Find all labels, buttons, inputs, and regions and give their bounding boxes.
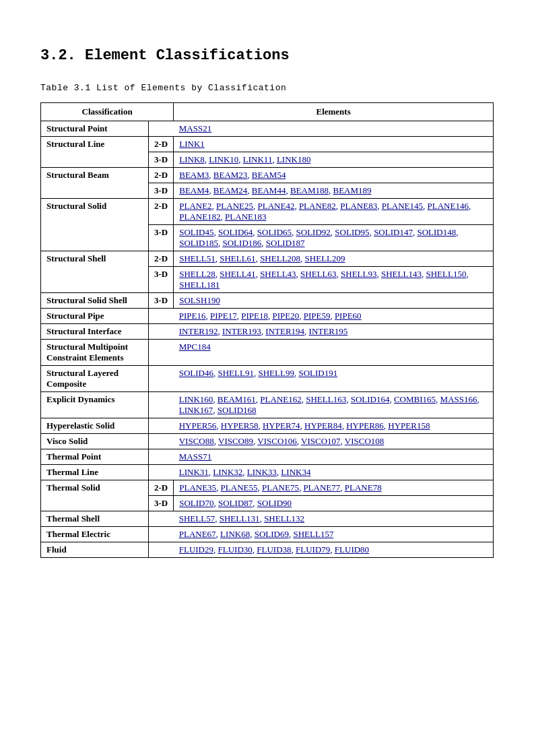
element-link[interactable]: PLANE77 <box>303 482 340 493</box>
element-link[interactable]: SOLID147 <box>374 227 413 237</box>
element-link[interactable]: SOLID64 <box>218 227 253 237</box>
element-link[interactable]: SOLSH190 <box>179 295 220 305</box>
element-link[interactable]: PLANE42 <box>258 201 295 211</box>
element-link[interactable]: SOLID69 <box>255 529 289 539</box>
element-link[interactable]: LINK8 <box>179 154 205 164</box>
element-link[interactable]: PLANE82 <box>299 201 336 211</box>
element-link[interactable]: VISCO89 <box>218 436 253 446</box>
element-link[interactable]: PLANE75 <box>262 482 299 493</box>
element-link[interactable]: MASS71 <box>179 451 211 462</box>
element-link[interactable]: PIPE20 <box>272 311 299 321</box>
element-link[interactable]: BEAM161 <box>218 394 256 404</box>
element-link[interactable]: SOLID45 <box>179 227 213 237</box>
element-link[interactable]: HYPER86 <box>346 420 384 431</box>
element-link[interactable]: PLANE162 <box>260 394 301 404</box>
element-link[interactable]: SHELL91 <box>218 368 254 378</box>
element-link[interactable]: VISCO88 <box>179 436 214 446</box>
element-link[interactable]: SOLID164 <box>351 394 390 404</box>
element-link[interactable]: FLUID80 <box>335 544 369 555</box>
element-link[interactable]: LINK180 <box>277 154 311 164</box>
element-link[interactable]: LINK167 <box>179 405 213 415</box>
element-link[interactable]: PLANE182 <box>179 212 220 222</box>
element-link[interactable]: FLUID29 <box>179 544 213 555</box>
element-link[interactable]: INTER194 <box>265 326 304 336</box>
element-link[interactable]: LINK34 <box>281 467 310 477</box>
element-link[interactable]: LINK31 <box>179 467 209 477</box>
element-link[interactable]: HYPER84 <box>304 420 342 431</box>
element-link[interactable]: SOLID95 <box>335 227 369 237</box>
element-link[interactable]: SOLID70 <box>179 498 213 508</box>
element-link[interactable]: PIPE16 <box>179 311 206 321</box>
element-link[interactable]: LINK11 <box>243 154 273 164</box>
element-link[interactable]: SOLID87 <box>218 498 253 508</box>
element-link[interactable]: PIPE59 <box>304 311 331 321</box>
element-link[interactable]: BEAM24 <box>213 185 248 195</box>
element-link[interactable]: PLANE2 <box>179 201 211 211</box>
element-link[interactable]: BEAM189 <box>333 185 371 195</box>
element-link[interactable]: PLANE146 <box>428 201 469 211</box>
element-link[interactable]: SHELL181 <box>179 280 220 290</box>
element-link[interactable]: SHELL150 <box>426 269 466 279</box>
element-link[interactable]: PLANE78 <box>345 482 382 493</box>
element-link[interactable]: SHELL163 <box>306 394 346 404</box>
element-link[interactable]: HYPER74 <box>263 420 300 431</box>
element-link[interactable]: SOLID90 <box>257 498 292 508</box>
element-link[interactable]: PLANE35 <box>179 482 216 493</box>
element-link[interactable]: LINK68 <box>220 529 250 539</box>
element-link[interactable]: PLANE145 <box>382 201 423 211</box>
element-link[interactable]: VISCO108 <box>345 436 385 446</box>
element-link[interactable]: SOLID92 <box>296 227 331 237</box>
element-link[interactable]: PIPE17 <box>210 311 237 321</box>
element-link[interactable]: BEAM4 <box>179 185 209 195</box>
element-link[interactable]: SOLID148 <box>417 227 456 237</box>
element-link[interactable]: SOLID187 <box>266 238 305 248</box>
element-link[interactable]: PLANE83 <box>340 201 377 211</box>
element-link[interactable]: LINK10 <box>209 154 238 164</box>
element-link[interactable]: FLUID30 <box>218 544 253 555</box>
element-link[interactable]: BEAM3 <box>179 170 209 180</box>
element-link[interactable]: VISCO107 <box>301 436 341 446</box>
element-link[interactable]: INTER192 <box>179 326 218 336</box>
element-link[interactable]: VISCO106 <box>257 436 297 446</box>
element-link[interactable]: SHELL208 <box>260 253 300 263</box>
element-link[interactable]: LINK33 <box>247 467 277 477</box>
element-link[interactable]: SOLID46 <box>179 368 213 378</box>
element-link[interactable]: COMBI165 <box>394 394 436 404</box>
element-link[interactable]: LINK1 <box>179 139 205 149</box>
element-link[interactable]: SHELL157 <box>293 529 333 539</box>
element-link[interactable]: PLANE55 <box>221 482 258 493</box>
element-link[interactable]: SHELL51 <box>179 253 215 263</box>
element-link[interactable]: MPC184 <box>179 342 211 352</box>
element-link[interactable]: BEAM23 <box>213 170 248 180</box>
element-link[interactable]: FLUID38 <box>257 544 291 555</box>
element-link[interactable]: SHELL28 <box>179 269 215 279</box>
element-link[interactable]: SHELL63 <box>300 269 336 279</box>
element-link[interactable]: HYPER158 <box>388 420 430 431</box>
element-link[interactable]: INTER195 <box>309 326 348 336</box>
element-link[interactable]: MASS166 <box>440 394 477 404</box>
element-link[interactable]: SHELL61 <box>220 253 255 263</box>
element-link[interactable]: INTER193 <box>222 326 261 336</box>
element-link[interactable]: LINK160 <box>179 394 213 404</box>
element-link[interactable]: PIPE18 <box>241 311 268 321</box>
element-link[interactable]: SOLID186 <box>223 238 262 248</box>
element-link[interactable]: SHELL209 <box>305 253 345 263</box>
element-link[interactable]: PIPE60 <box>335 311 362 321</box>
element-link[interactable]: HYPER58 <box>221 420 259 431</box>
element-link[interactable]: FLUID79 <box>296 544 330 555</box>
element-link[interactable]: MASS21 <box>179 123 211 133</box>
element-link[interactable]: BEAM54 <box>252 170 286 180</box>
element-link[interactable]: PLANE67 <box>179 529 216 539</box>
element-link[interactable]: SHELL132 <box>264 513 304 524</box>
element-link[interactable]: SHELL143 <box>381 269 422 279</box>
element-link[interactable]: SOLID185 <box>179 238 218 248</box>
element-link[interactable]: HYPER56 <box>179 420 217 431</box>
element-link[interactable]: SHELL99 <box>258 368 294 378</box>
element-link[interactable]: SHELL57 <box>179 513 215 524</box>
element-link[interactable]: BEAM188 <box>290 185 329 195</box>
element-link[interactable]: SHELL41 <box>220 269 255 279</box>
element-link[interactable]: SHELL131 <box>220 513 260 524</box>
element-link[interactable]: SHELL43 <box>260 269 296 279</box>
element-link[interactable]: PLANE183 <box>225 212 266 222</box>
element-link[interactable]: SOLID191 <box>298 368 337 378</box>
